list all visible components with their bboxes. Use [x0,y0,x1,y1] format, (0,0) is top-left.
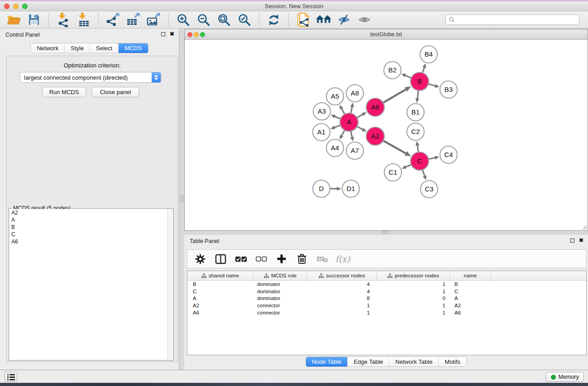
unselect-all-columns-button[interactable] [254,251,268,267]
table-cell[interactable]: dominator [253,281,307,287]
tab-network[interactable]: Network [31,43,64,53]
graph-node-A7[interactable] [346,142,363,159]
column-header-predecessor-nodes[interactable]: predecessor nodes [377,271,450,280]
tab-style[interactable]: Style [64,43,90,53]
mcds-result-item[interactable]: A6 [10,238,173,245]
table-tab-network-table[interactable]: Network Table [389,357,438,367]
float-panel-icon[interactable] [161,32,165,36]
graph-node-B4[interactable] [420,46,437,63]
column-header-successor-nodes[interactable]: successor nodes [307,271,377,280]
graph-node-C[interactable] [411,152,429,170]
zoom-fit-button[interactable] [215,12,233,28]
table-cell[interactable]: dominator [253,289,307,294]
graph-node-A8[interactable] [346,85,363,102]
graph-node-D[interactable] [313,180,330,197]
table-cell[interactable]: 1 [377,281,450,287]
table-tab-edge-table[interactable]: Edge Table [347,357,389,367]
table-cell[interactable]: 1 [377,289,450,294]
table-cell[interactable]: 0 [377,295,450,301]
graph-node-A6[interactable] [366,98,384,116]
toggle-panel-mode-button[interactable] [214,251,227,267]
table-settings-button[interactable] [193,251,207,267]
zoom-selected-button[interactable] [235,12,253,28]
mcds-result-item[interactable]: A2 [10,209,173,216]
graph-node-A1[interactable] [313,124,330,141]
graph-node-A4[interactable] [326,139,344,157]
table-row[interactable]: Adominator80A [187,295,586,302]
delete-column-button[interactable] [295,251,309,267]
graph-node-A[interactable] [340,113,358,131]
table-cell[interactable]: A6 [187,310,253,315]
close-panel-icon[interactable]: ✖ [170,32,174,37]
column-header-shared-name[interactable]: shared name [187,271,253,280]
table-cell[interactable]: connector [253,303,307,308]
task-history-button[interactable] [5,372,17,382]
criterion-dropdown[interactable]: largest connected component (directed) [20,72,161,83]
mcds-result-item[interactable]: C [10,231,173,238]
table-cell[interactable]: B [450,281,491,287]
create-column-button[interactable] [275,251,288,267]
table-row[interactable]: Bdominator41B [187,281,586,288]
table-cell[interactable]: B [187,281,253,287]
table-cell[interactable]: 4 [307,281,377,287]
new-network-from-selection-button[interactable] [294,12,312,28]
close-table-panel-icon[interactable]: ✖ [579,238,583,243]
network-canvas[interactable]: B4B2BB3A5A8A6A3B1AA1C2A2A4A7C4CC1C3DD1 [185,40,588,230]
apply-layout-button[interactable] [265,12,283,28]
result-list-scrollbar[interactable] [167,209,173,360]
table-cell[interactable]: 8 [307,295,377,301]
graph-node-C1[interactable] [384,164,402,181]
graph-node-C2[interactable] [407,123,424,140]
table-cell[interactable]: A [450,295,491,301]
table-cell[interactable]: A6 [450,310,491,315]
select-all-columns-button[interactable] [234,251,248,267]
table-row[interactable]: A6connector11A6 [187,309,586,316]
graph-node-C3[interactable] [421,181,438,198]
table-cell[interactable]: C [187,289,253,294]
zoom-out-button[interactable] [195,12,213,28]
graph-node-C4[interactable] [440,146,457,163]
vertical-splitter-handle[interactable] [180,195,183,202]
open-session-button[interactable] [5,12,23,28]
mcds-result-item[interactable]: A [10,216,173,224]
tab-mcds[interactable]: MCDS [118,43,148,53]
zoom-in-button[interactable] [174,12,192,28]
export-table-button[interactable] [124,12,143,28]
table-cell[interactable]: 1 [307,303,377,308]
import-network-button[interactable] [54,12,72,28]
resize-grip-icon[interactable] [581,224,587,230]
column-header-MCDS-role[interactable]: MCDS role [253,271,307,280]
memory-button[interactable]: Memory [546,372,584,382]
table-cell[interactable]: A [187,295,253,301]
graph-node-D1[interactable] [342,180,359,197]
mcds-result-item[interactable]: B [10,224,173,231]
close-panel-button[interactable]: Close panel [92,87,139,97]
graph-node-B1[interactable] [407,104,424,121]
graph-node-A5[interactable] [326,88,344,105]
table-cell[interactable]: connector [253,310,307,315]
float-table-panel-icon[interactable] [570,238,574,243]
network-window-titlebar[interactable]: testGlobe.txt [185,29,588,40]
save-session-button[interactable] [25,12,43,28]
table-cell[interactable]: 4 [307,289,377,294]
table-cell[interactable]: 1 [377,303,450,308]
table-cell[interactable]: A2 [450,303,491,308]
table-cell[interactable]: dominator [253,295,307,301]
table-cell[interactable]: C [450,289,491,294]
graph-node-B[interactable] [411,72,429,91]
table-cell[interactable]: A2 [187,303,253,308]
table-tab-motifs[interactable]: Motifs [438,357,466,367]
first-neighbors-button[interactable] [315,12,333,28]
graph-node-B2[interactable] [384,62,401,79]
horizontal-splitter-handle[interactable] [382,231,388,234]
column-header-name[interactable]: name [450,271,491,280]
graph-node-A2[interactable] [366,127,384,145]
search-box[interactable] [445,14,579,25]
function-builder-button[interactable]: f(x) [336,251,349,267]
table-tab-node-table[interactable]: Node Table [306,357,348,367]
table-row[interactable]: Cdominator41C [187,288,586,295]
search-input[interactable] [457,16,576,24]
table-cell[interactable]: 1 [307,310,377,315]
export-image-button[interactable] [145,12,163,28]
show-graphics-details-button[interactable] [355,12,373,28]
